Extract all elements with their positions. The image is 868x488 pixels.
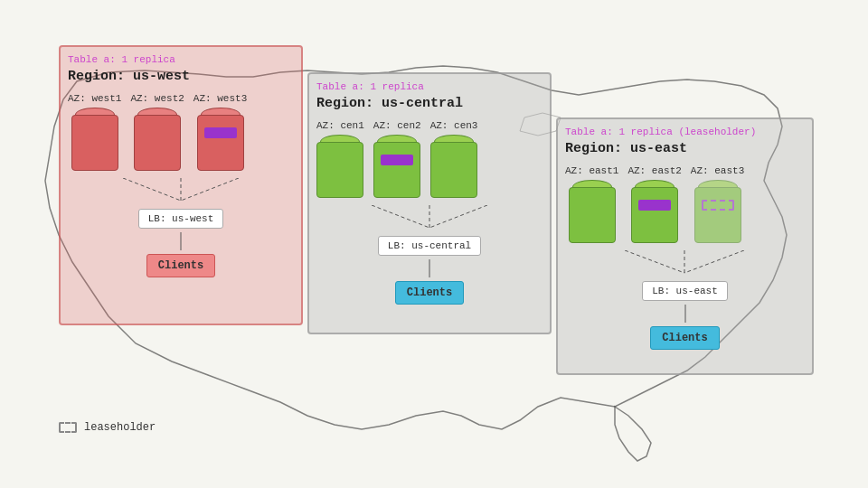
west-az1-block: AZ: west1 [68, 93, 121, 171]
west-az-container: AZ: west1 AZ: west2 AZ: west3 [68, 93, 294, 281]
east-region-panel: Table a: 1 replica (leaseholder) Region:… [556, 117, 814, 375]
west-az3-leaseholder [204, 127, 237, 138]
west-az2-cylinder-body [134, 115, 181, 171]
central-lb: LB: us-central [378, 236, 481, 256]
central-az2-cylinder-body [373, 142, 420, 198]
west-panel-title: Table a: 1 replica [68, 54, 294, 65]
central-region-label: Region: us-central [316, 96, 542, 111]
east-lb: LB: us-east [642, 281, 728, 301]
central-az3-block: AZ: cen3 [430, 120, 478, 198]
central-connector-lines [348, 205, 511, 232]
west-lb-area: LB: us-west Clients [68, 205, 294, 281]
west-az3-label: AZ: west3 [193, 93, 247, 104]
east-az2-label: AZ: east2 [627, 165, 681, 176]
svg-line-4 [372, 205, 429, 228]
west-lb: LB: us-west [138, 209, 224, 229]
central-az2-label: AZ: cen2 [373, 120, 421, 131]
svg-line-0 [123, 178, 181, 201]
east-az2-cylinder-body [631, 187, 678, 243]
central-lb-line [429, 259, 430, 277]
west-az2-label: AZ: west2 [130, 93, 184, 104]
west-region-label: Region: us-west [68, 69, 294, 84]
east-az2-block: AZ: east2 [627, 165, 681, 243]
east-lb-line [684, 305, 686, 323]
west-clients: Clients [146, 254, 215, 277]
east-az3-block: AZ: east3 [691, 165, 744, 243]
east-az3-cylinder [694, 180, 741, 243]
east-az3-cylinder-body [694, 187, 741, 243]
east-az-row: AZ: east1 AZ: east2 AZ: east3 [565, 165, 805, 243]
legend: leaseholder [59, 421, 156, 434]
central-az2-cylinder [373, 135, 420, 198]
central-az-row: AZ: cen1 AZ: cen2 AZ: cen3 [316, 120, 542, 198]
central-az1-cylinder [316, 135, 363, 198]
central-az2-leaseholder [381, 155, 413, 165]
east-panel-title: Table a: 1 replica (leaseholder) [565, 127, 805, 137]
central-lb-area: LB: us-central Clients [316, 232, 542, 308]
west-az2-block: AZ: west2 [130, 93, 184, 171]
central-region-panel: Table a: 1 replica Region: us-central AZ… [307, 72, 552, 334]
central-az1-block: AZ: cen1 [316, 120, 364, 198]
west-connector-lines [99, 178, 262, 205]
central-az3-label: AZ: cen3 [430, 120, 478, 131]
central-az-container: AZ: cen1 AZ: cen2 AZ: cen3 [316, 120, 542, 308]
central-az3-cylinder [430, 135, 477, 198]
central-az1-label: AZ: cen1 [316, 120, 364, 131]
west-az2-cylinder [134, 108, 181, 171]
svg-line-2 [181, 178, 239, 201]
east-az3-label: AZ: east3 [691, 165, 744, 176]
svg-line-8 [625, 250, 684, 273]
legend-label: leaseholder [84, 421, 156, 434]
west-az3-block: AZ: west3 [193, 93, 247, 171]
east-az3-leaseholder-dashed [702, 200, 734, 211]
east-lb-area: LB: us-east Clients [565, 277, 805, 353]
west-lb-line [180, 232, 182, 250]
west-region-panel: Table a: 1 replica Region: us-west AZ: w… [59, 45, 303, 325]
central-panel-title: Table a: 1 replica [316, 81, 542, 92]
east-az1-cylinder-body [569, 187, 616, 243]
east-clients: Clients [650, 326, 719, 350]
east-connector-lines [601, 250, 769, 277]
legend-dashed-icon [59, 422, 77, 433]
east-az2-leaseholder [638, 200, 671, 211]
east-az1-cylinder [569, 180, 616, 243]
east-az1-block: AZ: east1 [565, 165, 618, 243]
west-az1-cylinder [71, 108, 118, 171]
east-az-container: AZ: east1 AZ: east2 AZ: east3 [565, 165, 805, 353]
west-az3-cylinder [197, 108, 244, 171]
central-az2-block: AZ: cen2 [373, 120, 421, 198]
west-az1-label: AZ: west1 [68, 93, 121, 104]
east-az1-label: AZ: east1 [565, 165, 618, 176]
east-az2-cylinder [631, 180, 678, 243]
central-az3-cylinder-body [430, 142, 477, 198]
central-az1-cylinder-body [316, 142, 363, 198]
central-clients: Clients [395, 281, 464, 305]
svg-line-6 [429, 205, 487, 228]
svg-line-10 [684, 250, 744, 273]
east-region-label: Region: us-east [565, 141, 805, 156]
west-az-row: AZ: west1 AZ: west2 AZ: west3 [68, 93, 294, 171]
west-az3-cylinder-body [197, 115, 244, 171]
west-az1-cylinder-body [71, 115, 118, 171]
